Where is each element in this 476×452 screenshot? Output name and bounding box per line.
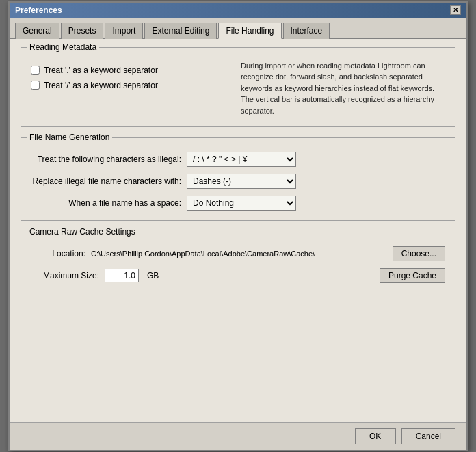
tab-external-editing[interactable]: External Editing — [144, 23, 217, 39]
file-name-section: File Name Generation Treat the following… — [21, 137, 455, 221]
tab-file-handling[interactable]: File Handling — [218, 23, 281, 39]
file-name-section-label: File Name Generation — [27, 133, 112, 142]
checkbox-slash-separator[interactable] — [31, 81, 40, 90]
max-size-input[interactable] — [105, 269, 139, 282]
content-area: Reading Metadata Treat '.' as a keyword … — [10, 39, 466, 422]
tab-bar: General Presets Import External Editing … — [10, 18, 466, 39]
reading-metadata-section: Reading Metadata Treat '.' as a keyword … — [21, 47, 455, 127]
reading-metadata-label: Reading Metadata — [27, 42, 99, 52]
checkbox-dot-separator[interactable] — [31, 66, 40, 75]
cache-path: C:\Users\Phillip Gordon\AppData\Local\Ad… — [91, 250, 387, 258]
tab-presets[interactable]: Presets — [61, 23, 104, 39]
illegal-chars-label: Treat the following characters as illega… — [31, 155, 181, 164]
title-bar-controls: ✕ — [450, 5, 461, 15]
purge-cache-button[interactable]: Purge Cache — [380, 268, 445, 283]
replace-chars-label: Replace illegal file name characters wit… — [31, 176, 181, 186]
illegal-chars-select[interactable]: / : \ * ? " < > | ¥ — [187, 152, 296, 167]
tab-import[interactable]: Import — [105, 23, 143, 39]
choose-button[interactable]: Choose... — [393, 246, 445, 261]
footer: OK Cancel — [10, 422, 466, 450]
reading-metadata-content: Treat '.' as a keyword separator Treat '… — [31, 60, 445, 117]
close-button[interactable]: ✕ — [450, 5, 461, 15]
cancel-button[interactable]: Cancel — [401, 428, 455, 444]
checkbox-slash-label: Treat '/' as a keyword separator — [44, 81, 158, 90]
location-label: Location: — [31, 249, 85, 258]
replace-chars-select[interactable]: Dashes (-) — [187, 174, 296, 189]
space-handling-select[interactable]: Do Nothing Insert Underscore Insert Hyph… — [187, 196, 296, 211]
illegal-chars-row: Treat the following characters as illega… — [31, 152, 445, 167]
max-size-label: Maximum Size: — [31, 271, 99, 280]
tab-interface[interactable]: Interface — [283, 23, 330, 39]
cache-location-row: Location: C:\Users\Phillip Gordon\AppDat… — [31, 246, 445, 261]
checkbox-row-1: Treat '.' as a keyword separator — [31, 66, 235, 75]
checkbox-dot-label: Treat '.' as a keyword separator — [44, 66, 158, 75]
checkboxes-column: Treat '.' as a keyword separator Treat '… — [31, 60, 235, 117]
ok-button[interactable]: OK — [355, 428, 396, 444]
title-bar: Preferences ✕ — [10, 3, 466, 18]
checkbox-row-2: Treat '/' as a keyword separator — [31, 81, 235, 90]
space-handling-label: When a file name has a space: — [31, 198, 181, 208]
replace-chars-row: Replace illegal file name characters wit… — [31, 174, 445, 189]
camera-raw-cache-section: Camera Raw Cache Settings Location: C:\U… — [21, 232, 455, 293]
reading-metadata-description: During import or when reading metadata L… — [235, 60, 445, 117]
max-size-row: Maximum Size: GB Purge Cache — [31, 268, 445, 283]
size-unit: GB — [147, 271, 159, 280]
tab-general[interactable]: General — [15, 23, 60, 39]
preferences-window: Preferences ✕ General Presets Import Ext… — [8, 1, 468, 451]
space-handling-row: When a file name has a space: Do Nothing… — [31, 196, 445, 211]
window-title: Preferences — [15, 5, 62, 15]
camera-raw-cache-label: Camera Raw Cache Settings — [27, 227, 138, 237]
